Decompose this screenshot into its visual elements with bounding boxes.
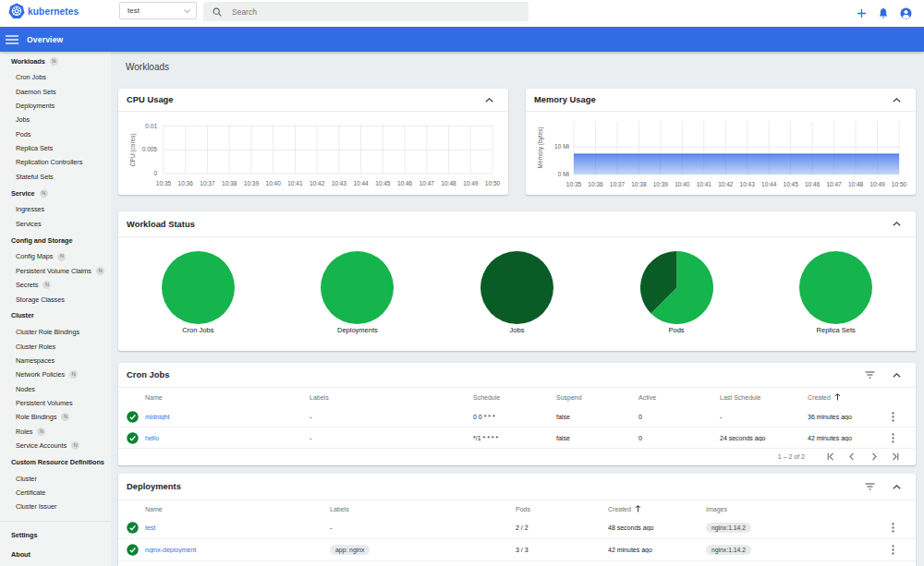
sidebar-item-pods[interactable]: Pods bbox=[0, 127, 111, 141]
account-avatar-button[interactable] bbox=[894, 3, 917, 25]
deployments-collapse-button[interactable] bbox=[888, 478, 905, 495]
cell-images: nginx:1.14.2 bbox=[706, 545, 884, 556]
sidebar-item-cluster-roles[interactable]: Cluster Roles bbox=[0, 340, 111, 354]
sidebar-item-cron-jobs[interactable]: Cron Jobs bbox=[0, 70, 111, 84]
sidebar-item-services[interactable]: Services bbox=[0, 217, 111, 231]
cron-jobs-collapse-button[interactable] bbox=[888, 367, 905, 383]
hamburger-menu-icon[interactable] bbox=[1, 29, 23, 51]
x-tick-label: 10:39 bbox=[653, 181, 669, 187]
next-page-button[interactable] bbox=[867, 450, 881, 464]
sidebar-item-network-policies[interactable]: Network PoliciesN bbox=[0, 367, 111, 381]
sidebar-item-settings[interactable]: Settings bbox=[0, 528, 111, 542]
sidebar-item-persistent-volumes[interactable]: Persistent Volumes bbox=[0, 396, 111, 410]
sidebar-item-label: About bbox=[11, 548, 30, 561]
sidebar-item-label: Replica Sets bbox=[16, 141, 53, 155]
last-page-button[interactable] bbox=[888, 450, 903, 464]
sidebar-section-service[interactable]: ServiceN bbox=[0, 187, 111, 200]
sidebar-item-deployments[interactable]: Deployments bbox=[0, 99, 111, 113]
sidebar-section-custom-resource-definitions[interactable]: Custom Resource Definitions bbox=[0, 455, 111, 469]
workload-status-item: Pods bbox=[597, 251, 757, 334]
cell-schedule: */1 * * * * bbox=[473, 435, 556, 441]
sidebar-section-label: Cluster bbox=[11, 308, 34, 322]
row-actions-menu-button[interactable] bbox=[884, 542, 901, 559]
row-actions-menu-button[interactable] bbox=[884, 429, 901, 446]
sidebar-item-nodes[interactable]: Nodes bbox=[0, 382, 111, 396]
kubernetes-logo-brand[interactable]: kubernetes bbox=[8, 3, 79, 19]
cell-name[interactable]: nginx-deployment bbox=[145, 547, 330, 553]
sidebar-item-replica-sets[interactable]: Replica Sets bbox=[0, 141, 111, 155]
y-tick-label: 0.01 bbox=[145, 123, 157, 129]
column-header-labels[interactable]: Labels bbox=[310, 394, 473, 401]
column-header-pods[interactable]: Pods bbox=[516, 506, 608, 512]
relative-time-value: 42 minutes ago bbox=[808, 435, 852, 441]
cell-name[interactable]: midnight bbox=[145, 414, 310, 420]
column-header-created[interactable]: Created bbox=[608, 505, 706, 512]
sidebar-item-replication-controllers[interactable]: Replication Controllers bbox=[0, 155, 111, 169]
sidebar-item-certificate[interactable]: Certificate bbox=[0, 486, 111, 500]
sidebar-item-label: Nodes bbox=[16, 382, 35, 396]
sidebar-item-cluster-issuer[interactable]: Cluster Issuer bbox=[0, 500, 111, 513]
first-page-button[interactable] bbox=[823, 450, 838, 464]
sort-ascending-icon bbox=[635, 505, 641, 512]
sidebar-item-daemon-sets[interactable]: Daemon Sets bbox=[0, 85, 111, 99]
sidebar-item-cluster[interactable]: Cluster bbox=[0, 472, 111, 486]
column-header-labels[interactable]: Labels bbox=[330, 506, 516, 512]
column-header-last_schedule[interactable]: Last Schedule bbox=[720, 394, 808, 401]
sidebar-item-storage-classes[interactable]: Storage Classes bbox=[0, 293, 111, 307]
namespace-select[interactable]: test bbox=[119, 2, 197, 19]
row-actions-menu-button[interactable] bbox=[884, 520, 901, 536]
cell-schedule: 0 0 * * * bbox=[473, 414, 556, 420]
sidebar-item-service-accounts[interactable]: Service AccountsN bbox=[0, 439, 111, 452]
column-header-name[interactable]: Name bbox=[145, 506, 330, 512]
sidebar-item-secrets[interactable]: SecretsN bbox=[0, 278, 111, 292]
sidebar-section-config-and-storage[interactable]: Config and Storage bbox=[0, 234, 111, 247]
search-input[interactable] bbox=[232, 7, 491, 17]
deployments-filter-button[interactable] bbox=[861, 478, 878, 495]
x-tick-label: 10:43 bbox=[332, 180, 347, 187]
column-header-label: Name bbox=[145, 394, 163, 401]
column-header-active[interactable]: Active bbox=[638, 394, 720, 401]
column-header-suspend[interactable]: Suspend bbox=[556, 394, 638, 401]
search-bar[interactable] bbox=[203, 2, 529, 21]
workload-status-item: Deployments bbox=[278, 251, 438, 334]
status-pie-chart bbox=[480, 251, 553, 324]
x-tick-label: 10:48 bbox=[848, 181, 864, 187]
sidebar-item-role-bindings[interactable]: Role BindingsN bbox=[0, 410, 111, 424]
sidebar-section-cluster[interactable]: Cluster bbox=[0, 308, 111, 322]
namespace-select-value: test bbox=[128, 6, 184, 15]
column-header-label: Pods bbox=[516, 506, 530, 512]
cell-name[interactable]: test bbox=[145, 524, 330, 531]
sidebar-item-ingresses[interactable]: Ingresses bbox=[0, 202, 111, 216]
sidebar-section-workloads[interactable]: WorkloadsN bbox=[0, 54, 111, 68]
column-header-created[interactable]: Created bbox=[808, 393, 884, 401]
workload-status-collapse-button[interactable] bbox=[888, 216, 905, 233]
cell-suspend: false bbox=[556, 435, 638, 441]
sidebar-item-config-maps[interactable]: Config MapsN bbox=[0, 249, 111, 263]
memory-usage-collapse-button[interactable] bbox=[888, 91, 905, 108]
card-tools bbox=[888, 91, 905, 108]
sidebar-item-label: Deployments bbox=[16, 99, 55, 113]
namespaced-badge: N bbox=[50, 57, 58, 66]
sidebar-item-namespaces[interactable]: Namespaces bbox=[0, 354, 111, 367]
sidebar-item-label: Pods bbox=[16, 127, 30, 141]
x-tick-label: 10:48 bbox=[441, 180, 456, 187]
x-tick-label: 10:44 bbox=[353, 180, 369, 187]
sidebar-item-stateful-sets[interactable]: Stateful Sets bbox=[0, 170, 111, 184]
sidebar-item-persistent-volume-claims[interactable]: Persistent Volume ClaimsN bbox=[0, 264, 111, 278]
sidebar-item-roles[interactable]: RolesN bbox=[0, 425, 111, 439]
cell-name[interactable]: hello bbox=[145, 435, 310, 441]
column-header-images[interactable]: Images bbox=[706, 506, 884, 512]
sidebar-item-cluster-role-bindings[interactable]: Cluster Role Bindings bbox=[0, 325, 111, 339]
column-header-name[interactable]: Name bbox=[145, 394, 310, 401]
label-chip: app: nginx bbox=[330, 545, 370, 556]
sidebar-item-jobs[interactable]: Jobs bbox=[0, 113, 111, 126]
row-actions-menu-button[interactable] bbox=[884, 408, 901, 425]
sidebar-item-about[interactable]: About bbox=[0, 548, 111, 561]
column-header-schedule[interactable]: Schedule bbox=[473, 394, 556, 401]
notifications-bell-button[interactable] bbox=[872, 3, 894, 25]
previous-page-button[interactable] bbox=[845, 450, 859, 464]
cpu-usage-collapse-button[interactable] bbox=[480, 91, 497, 108]
create-add-button[interactable] bbox=[850, 3, 872, 25]
x-tick-label: 10:50 bbox=[892, 181, 907, 187]
cron-jobs-filter-button[interactable] bbox=[861, 367, 878, 383]
